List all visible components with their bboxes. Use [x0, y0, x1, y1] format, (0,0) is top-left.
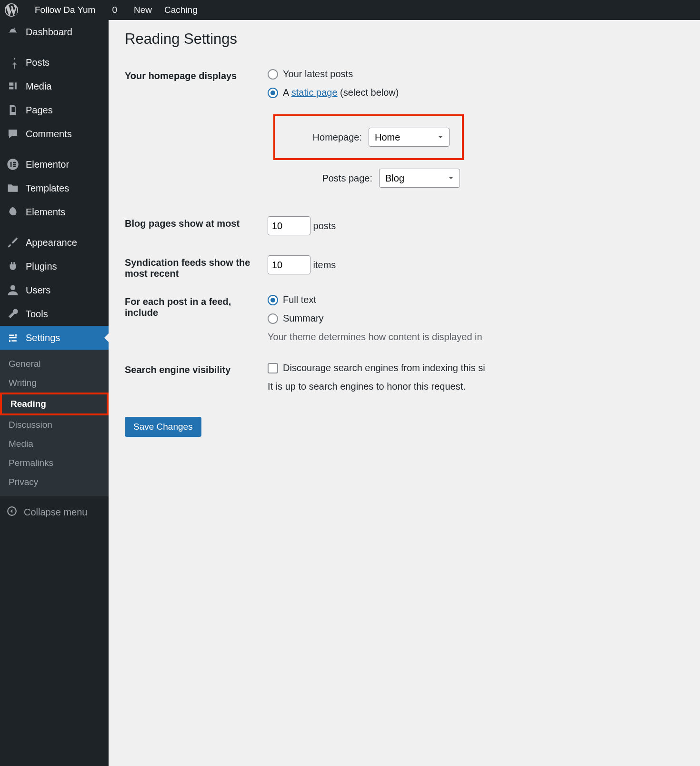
search-visibility-checkbox[interactable] — [268, 363, 278, 373]
static-page-fields: Homepage: Home Posts page: Blog — [268, 106, 684, 196]
sidebar-item-label: Tools — [26, 309, 48, 320]
sidebar-item-label: Plugins — [26, 261, 57, 272]
pages-icon — [7, 104, 19, 116]
radio-static-page-label: A static page (select below) — [283, 87, 399, 98]
homepage-select-label: Homepage: — [313, 132, 362, 143]
submenu-item-privacy[interactable]: Privacy — [0, 473, 109, 492]
sidebar-item-settings[interactable]: Settings — [0, 326, 109, 350]
search-visibility-desc: It is up to search engines to honor this… — [268, 381, 684, 392]
leaf-icon — [7, 206, 19, 218]
radio-summary[interactable]: Summary — [268, 313, 684, 324]
sidebar-item-elementor[interactable]: Elementor — [0, 152, 109, 176]
sidebar-item-templates[interactable]: Templates — [0, 176, 109, 200]
site-name: Follow Da Yum — [35, 5, 95, 15]
radio-full-text[interactable]: Full text — [268, 294, 684, 305]
sidebar-item-label: Posts — [26, 57, 50, 68]
sidebar-item-label: Pages — [26, 105, 53, 116]
radio-summary-input[interactable] — [268, 313, 278, 324]
settings-submenu: General Writing Reading Discussion Media… — [0, 350, 109, 496]
submenu-item-reading[interactable]: Reading — [0, 393, 109, 415]
sidebar-item-label: Appearance — [26, 237, 77, 248]
syndication-suffix: items — [313, 260, 336, 270]
comments-icon — [7, 128, 19, 140]
sidebar-item-dashboard[interactable]: Dashboard — [0, 20, 109, 44]
radio-static-page[interactable]: A static page (select below) — [268, 87, 684, 98]
sidebar-item-label: Dashboard — [26, 27, 72, 38]
submenu-item-permalinks[interactable]: Permalinks — [0, 454, 109, 473]
syndication-label: Syndication feeds show the most recent — [125, 249, 268, 288]
dashboard-icon — [7, 26, 19, 38]
sidebar-item-media[interactable]: Media — [0, 74, 109, 98]
caching-label: Caching — [164, 5, 198, 15]
sidebar-item-comments[interactable]: Comments — [0, 122, 109, 146]
submenu-item-discussion[interactable]: Discussion — [0, 415, 109, 434]
svg-rect-1 — [10, 162, 12, 167]
pin-icon — [7, 56, 19, 69]
folder-icon — [7, 182, 19, 194]
sidebar-item-elements[interactable]: Elements — [0, 200, 109, 224]
sidebar-item-label: Templates — [26, 183, 69, 194]
sidebar-item-label: Elementor — [26, 159, 69, 170]
blog-pages-suffix: posts — [313, 221, 336, 231]
homepage-select[interactable]: Home — [369, 128, 450, 147]
radio-full-text-input[interactable] — [268, 295, 278, 305]
sidebar-item-label: Users — [26, 285, 50, 296]
comments-count: 0 — [112, 5, 117, 15]
admin-sidebar: Dashboard Posts Media Pages Comments Ele… — [0, 20, 109, 766]
radio-static-page-input[interactable] — [268, 88, 278, 98]
page-title: Reading Settings — [125, 30, 684, 48]
collapse-label: Collapse menu — [24, 507, 87, 518]
sidebar-item-plugins[interactable]: Plugins — [0, 254, 109, 278]
svg-rect-2 — [13, 162, 16, 163]
radio-full-text-label: Full text — [283, 294, 316, 305]
sidebar-item-label: Comments — [26, 129, 72, 140]
sidebar-item-posts[interactable]: Posts — [0, 50, 109, 74]
submenu-item-media[interactable]: Media — [0, 434, 109, 454]
media-icon — [7, 80, 19, 92]
sidebar-item-tools[interactable]: Tools — [0, 302, 109, 326]
comments-link[interactable]: 0 — [108, 5, 117, 15]
radio-latest-posts-input[interactable] — [268, 69, 278, 80]
search-visibility-checkbox-label: Discourage search engines from indexing … — [283, 363, 485, 373]
new-content-link[interactable]: New — [130, 5, 152, 15]
feed-content-label: For each post in a feed, include — [125, 288, 268, 356]
site-name-link[interactable]: Follow Da Yum — [30, 5, 95, 15]
blog-pages-input[interactable] — [268, 216, 310, 235]
caching-link[interactable]: Caching — [164, 5, 198, 15]
sidebar-item-label: Settings — [26, 333, 60, 343]
plugin-icon — [7, 260, 19, 272]
sidebar-item-users[interactable]: Users — [0, 278, 109, 302]
feed-content-desc: Your theme determines how content is dis… — [268, 332, 684, 343]
wp-logo-icon[interactable] — [5, 3, 18, 17]
search-visibility-label: Search engine visibility — [125, 356, 268, 405]
new-label: New — [134, 5, 152, 15]
sidebar-item-pages[interactable]: Pages — [0, 98, 109, 122]
search-visibility-check[interactable]: Discourage search engines from indexing … — [268, 363, 684, 373]
collapse-menu-button[interactable]: Collapse menu — [0, 499, 109, 525]
homepage-highlight: Homepage: Home — [273, 114, 464, 160]
radio-latest-posts-label: Your latest posts — [283, 69, 353, 80]
svg-point-5 — [10, 285, 15, 290]
submenu-item-writing[interactable]: Writing — [0, 373, 109, 393]
user-icon — [7, 284, 19, 296]
static-page-link[interactable]: static page — [291, 87, 338, 98]
main-content: Reading Settings Your homepage displays … — [109, 20, 700, 766]
admin-toolbar: Follow Da Yum 0 New Caching — [0, 0, 700, 20]
syndication-input[interactable] — [268, 255, 310, 274]
posts-page-select[interactable]: Blog — [379, 169, 460, 188]
settings-icon — [7, 332, 19, 344]
save-changes-button[interactable]: Save Changes — [125, 417, 201, 437]
collapse-icon — [7, 506, 17, 519]
radio-latest-posts[interactable]: Your latest posts — [268, 69, 684, 80]
radio-summary-label: Summary — [283, 313, 324, 324]
posts-page-select-label: Posts page: — [322, 173, 372, 184]
brush-icon — [7, 236, 19, 249]
elementor-icon — [7, 158, 19, 171]
wrench-icon — [7, 308, 19, 320]
submenu-item-general[interactable]: General — [0, 354, 109, 373]
svg-rect-4 — [13, 166, 16, 167]
blog-pages-label: Blog pages show at most — [125, 210, 268, 249]
svg-rect-3 — [13, 164, 16, 165]
sidebar-item-label: Elements — [26, 207, 65, 218]
sidebar-item-appearance[interactable]: Appearance — [0, 231, 109, 254]
